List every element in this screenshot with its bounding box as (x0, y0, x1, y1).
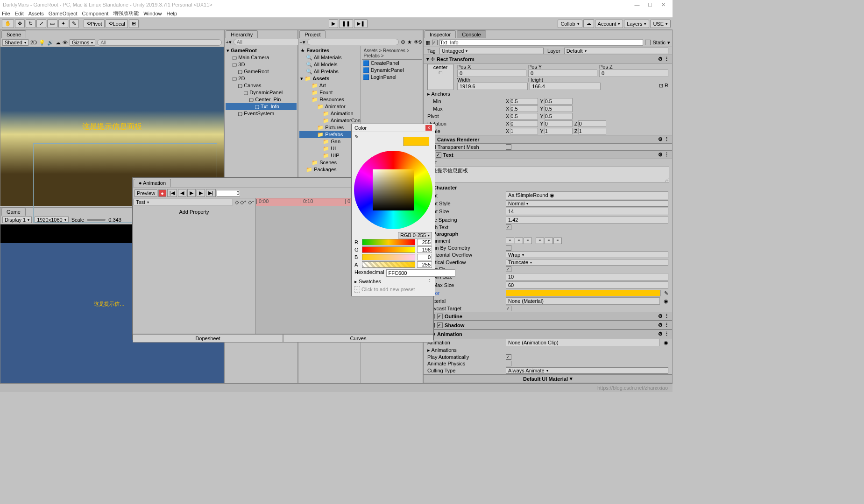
pivot-toggle[interactable]: ⟲Pivot (84, 19, 105, 28)
next-frame-button[interactable]: ▶ (197, 189, 205, 197)
inspector-tab[interactable]: Inspector (425, 30, 456, 38)
eyedropper-icon[interactable]: ✎ (664, 290, 668, 296)
add-property-button[interactable]: Add Property (135, 209, 253, 215)
font-size-field[interactable] (506, 208, 668, 215)
color-picker-close[interactable]: x (425, 125, 432, 131)
menu-gameobject[interactable]: GameObject (49, 11, 78, 16)
game-tab[interactable]: Game (1, 208, 26, 216)
shading-mode[interactable]: Shaded (2, 39, 28, 46)
object-name-field[interactable] (439, 39, 643, 46)
v-overflow-dropdown[interactable]: Truncate (506, 259, 668, 266)
gizmos-dropdown[interactable]: Gizmos (70, 39, 95, 46)
pivot-x[interactable] (510, 113, 538, 119)
custom-tool[interactable]: ✎ (69, 19, 79, 28)
scene-tab[interactable]: Scene (1, 30, 26, 38)
b-field[interactable] (417, 254, 432, 260)
hierarchy-item[interactable]: ▢ 3D (226, 61, 297, 68)
hierarchy-item[interactable]: ▢ 2D (226, 75, 297, 82)
rotate-tool[interactable]: ↻ (26, 19, 35, 28)
hierarchy-tab[interactable]: Hierarchy (226, 30, 258, 38)
scl-y[interactable] (545, 128, 573, 134)
scene-light-icon[interactable]: 💡 (39, 40, 45, 46)
pivot-y[interactable] (545, 113, 573, 119)
text-enable-checkbox[interactable] (436, 152, 441, 158)
hierarchy-item[interactable]: ▢ Center_Pin (226, 96, 297, 103)
rect-transform-header[interactable]: ▾ ⊹ Rect Transform⚙ ⋮ (424, 55, 672, 63)
color-wheel[interactable] (354, 151, 432, 229)
alignbg-checkbox[interactable] (506, 245, 511, 251)
fav-icon[interactable]: ★ (407, 39, 412, 45)
menu-component[interactable]: Component (82, 11, 108, 16)
culling-dropdown[interactable]: Always Animate (506, 367, 668, 374)
r-field[interactable] (417, 239, 432, 245)
local-toggle[interactable]: ⟲Local (106, 19, 127, 28)
hierarchy-item[interactable]: ▢ Main Camera (226, 54, 297, 61)
project-item[interactable]: 📁 Scenes (299, 159, 359, 166)
preview-button[interactable]: Preview (135, 189, 157, 197)
pause-button[interactable]: ❚❚ (339, 19, 353, 28)
clip-dropdown[interactable]: Test (134, 199, 233, 205)
hierarchy-item[interactable]: ▢ GameRoot (226, 68, 297, 75)
hierarchy-item[interactable]: ▢ EventSystem (226, 110, 297, 117)
g-field[interactable] (417, 246, 432, 253)
project-item[interactable]: 🔍 All Prefabs (299, 68, 359, 75)
snap-toggle[interactable]: ⊞ (129, 19, 139, 28)
richtext-checkbox[interactable] (506, 224, 511, 230)
posz-field[interactable] (599, 70, 668, 77)
menu-help[interactable]: Help (166, 11, 177, 16)
scale-tool[interactable]: ⤢ (36, 19, 46, 28)
dopesheet-tab[interactable]: Dopesheet (133, 334, 283, 343)
account-dropdown[interactable]: Account (595, 20, 623, 28)
canvas-renderer-header[interactable]: ▾ ◎ Canvas Renderer⚙ ⋮ (424, 135, 672, 144)
menu-window[interactable]: Window (143, 11, 162, 16)
g-slider[interactable] (362, 246, 415, 253)
project-item[interactable]: 📁 Packages (299, 166, 359, 173)
outline-header[interactable]: ▸ ▢ Outline⚙ ⋮ (424, 312, 672, 321)
prefab-item[interactable]: 🟦 LoginPanel (362, 74, 422, 81)
animation-header[interactable]: ▾ ◉ Animation⚙ ⋮ (424, 329, 672, 338)
project-item[interactable]: 📁 Prefabs (299, 131, 359, 138)
width-field[interactable] (457, 83, 528, 90)
hierarchy-item[interactable]: ▢ DynamicPanel (226, 89, 297, 96)
text-textarea[interactable]: 这是提示信息面板 (426, 167, 669, 182)
play-button[interactable]: ▶ (329, 19, 338, 28)
bestfit-checkbox[interactable] (506, 266, 511, 272)
h-overflow-dropdown[interactable]: Wrap (506, 252, 668, 258)
anim-clip-field[interactable]: None (Animation Clip) (506, 339, 660, 346)
project-tab[interactable]: Project (299, 30, 326, 38)
text-component-header[interactable]: ▾ T Text⚙ ⋮ (424, 150, 672, 159)
menu-assets[interactable]: Assets (28, 11, 44, 16)
prefab-item[interactable]: 🟦 CreatePanel (362, 60, 422, 67)
hierarchy-item[interactable]: ▢ Canvas (226, 82, 297, 89)
project-create-dropdown[interactable]: +▾ (299, 39, 305, 45)
tag-dropdown[interactable]: Untagged (439, 48, 544, 54)
menu-enhanced[interactable]: 增强版功能 (113, 10, 139, 17)
project-item[interactable]: 📁 AnimatorControll (299, 117, 359, 124)
material-field[interactable]: None (Material) (506, 297, 660, 305)
height-field[interactable] (530, 83, 600, 90)
anchor-max-y[interactable] (545, 105, 573, 112)
v-align[interactable]: ≡≡≡ (536, 238, 562, 244)
project-item[interactable]: 📁 UIP (299, 152, 359, 159)
active-checkbox[interactable] (432, 40, 438, 45)
a-slider[interactable] (362, 261, 415, 268)
project-item[interactable]: 📁 Resources (299, 96, 359, 103)
create-dropdown[interactable]: +▾ (226, 39, 231, 45)
project-item[interactable]: 🔍 All Materials (299, 54, 359, 61)
static-checkbox[interactable] (645, 40, 651, 45)
collab-dropdown[interactable]: Collab (558, 20, 582, 28)
rot-x[interactable] (510, 120, 538, 127)
frame-field[interactable] (217, 190, 240, 196)
posx-field[interactable] (457, 70, 526, 77)
project-item[interactable]: 📁 UI (299, 145, 359, 152)
font-field[interactable]: Aa fSimpleRound ◉ (506, 191, 668, 199)
close-button[interactable]: ✕ (657, 2, 670, 8)
console-tab[interactable]: Console (457, 30, 486, 38)
rot-y[interactable] (545, 120, 573, 127)
shadow-header[interactable]: ▸ ▣ Shadow⚙ ⋮ (424, 321, 672, 329)
hierarchy-item[interactable]: ▢ Txt_Info (226, 103, 297, 110)
b-slider[interactable] (362, 254, 415, 260)
maximize-button[interactable]: ☐ (644, 2, 657, 8)
anchor-min-x[interactable] (510, 98, 538, 105)
r-slider[interactable] (362, 239, 415, 245)
